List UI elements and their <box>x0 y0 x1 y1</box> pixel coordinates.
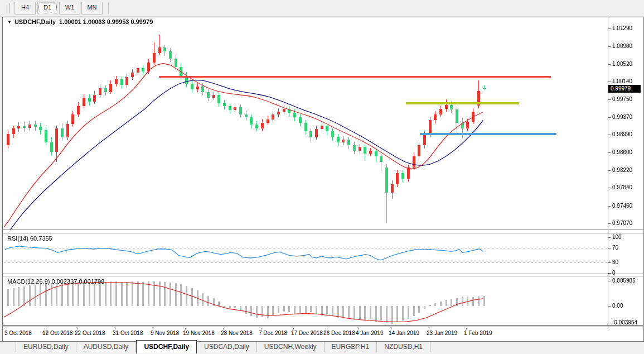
macd-axis-label[interactable]: -0.003954 <box>612 319 637 326</box>
date-axis-label[interactable]: 19 Nov 2018 <box>183 330 215 336</box>
date-axis-label[interactable]: 3 Oct 2018 <box>4 330 32 336</box>
tab-usdcad-daily[interactable]: USDCAD,Daily <box>197 342 257 352</box>
price-axis-label[interactable]: 0.99370 <box>612 114 632 120</box>
price-axis-tick <box>608 188 611 188</box>
date-axis-label[interactable]: 17 Dec 2018 <box>291 330 323 336</box>
date-axis-tick <box>185 328 186 329</box>
price-axis-tick <box>608 117 611 118</box>
pane-splitter[interactable] <box>3 276 643 276</box>
price-axis-tick <box>608 64 611 65</box>
timeframe-toolbar: H4 D1 W1 MN <box>0 0 644 17</box>
date-axis-tick <box>115 328 115 329</box>
price-axis-label[interactable]: 0.98600 <box>612 149 632 155</box>
tab-eurgbp-h1[interactable]: EURGBP,H1 <box>325 342 377 352</box>
macd-value: 0.002337 0.001798 <box>51 278 104 285</box>
rsi-axis-label[interactable]: 30 <box>612 259 618 265</box>
rsi-axis-label[interactable]: 0 <box>612 270 616 276</box>
macd-axis-label[interactable]: 0.00 <box>612 303 623 309</box>
date-axis-tick <box>153 328 153 329</box>
price-axis-tick <box>608 135 611 135</box>
pane-splitter <box>3 327 643 327</box>
current-price-badge: 0.99979 <box>608 85 641 93</box>
toolbar-separator <box>108 3 109 14</box>
rsi-axis-label[interactable]: 70 <box>612 245 618 251</box>
price-axis-label[interactable]: 0.97070 <box>612 220 632 226</box>
price-axis-tick <box>608 99 611 100</box>
timeframe-button-mn[interactable]: MN <box>81 2 103 15</box>
date-axis-label[interactable]: 9 Nov 2018 <box>151 330 179 336</box>
date-axis-tick <box>466 328 467 329</box>
macd-label: MACD(12,26,9) 0.002337 0.001798 <box>7 278 104 285</box>
price-axis-tick <box>608 46 611 47</box>
tab-nzdusd-h1[interactable]: NZDUSD,H1 <box>377 342 430 352</box>
price-axis-label[interactable]: 0.99750 <box>612 96 632 102</box>
price-axis-label[interactable]: 1.00520 <box>612 61 632 67</box>
date-axis-label[interactable]: 28 Nov 2018 <box>221 330 253 336</box>
chart-title: ▼USDCHF,Daily 1.00001 1.00063 0.99953 0.… <box>7 18 153 25</box>
ohlc-high: 1.00063 <box>83 18 105 25</box>
rsi-label: RSI(14) 60.7355 <box>7 235 52 242</box>
date-axis-tick <box>391 328 391 329</box>
date-axis-tick <box>7 328 7 329</box>
rsi-axis-label[interactable]: 100 <box>612 234 622 240</box>
rsi-value: 60.7355 <box>30 235 52 242</box>
macd-axis-tick <box>608 323 611 323</box>
rsi-axis-tick <box>608 273 611 274</box>
macd-axis-tick <box>608 306 611 307</box>
toolbar-grip[interactable] <box>7 3 10 13</box>
price-axis-label[interactable]: 0.98990 <box>612 131 632 137</box>
price-axis-tick <box>608 170 611 171</box>
date-axis-label[interactable]: 23 Jan 2019 <box>427 330 457 336</box>
rsi-axis-tick <box>608 237 611 238</box>
ohlc-low: 0.99953 <box>107 18 129 25</box>
date-axis-label[interactable]: 4 Jan 2019 <box>356 330 384 336</box>
price-axis-tick <box>608 223 611 224</box>
rsi-axis-tick <box>608 248 611 248</box>
date-axis-tick <box>326 328 326 329</box>
date-axis-tick <box>429 328 429 329</box>
price-axis-tick <box>608 82 611 82</box>
macd-axis-label[interactable]: 0.005985 <box>612 278 636 284</box>
date-axis-tick <box>261 328 262 329</box>
date-axis-label[interactable]: 1 Feb 2019 <box>464 330 492 336</box>
date-axis-tick <box>45 328 45 329</box>
macd-axis-tick <box>608 281 611 281</box>
date-axis-label[interactable]: 31 Oct 2018 <box>113 330 143 336</box>
ohlc-close: 0.99979 <box>131 18 153 25</box>
date-axis-tick <box>293 328 294 329</box>
timeframe-button-w1[interactable]: W1 <box>59 2 80 15</box>
price-axis-label[interactable]: 1.00900 <box>612 43 632 49</box>
chart-symbol-label: USDCHF,Daily <box>14 18 56 25</box>
date-axis-tick <box>358 328 359 329</box>
tab-eurusd-daily[interactable]: EURUSD,Daily <box>16 342 76 352</box>
pane-splitter <box>3 326 643 326</box>
price-axis-tick <box>608 206 611 207</box>
price-axis-label[interactable]: 0.98220 <box>612 167 632 173</box>
date-axis-tick <box>223 328 224 329</box>
main-price-chart[interactable] <box>4 17 608 229</box>
chart-dropdown-icon[interactable]: ▼ <box>7 20 12 25</box>
date-axis-label[interactable]: 22 Oct 2018 <box>75 330 105 336</box>
date-axis-label[interactable]: 26 Dec 2018 <box>323 330 355 336</box>
price-axis-tick <box>608 152 611 153</box>
rsi-indicator-pane[interactable] <box>4 233 608 274</box>
date-axis-label[interactable]: 12 Oct 2018 <box>42 330 72 336</box>
price-axis-label[interactable]: 0.97840 <box>612 184 632 190</box>
timeframe-button-h4[interactable]: H4 <box>14 2 36 15</box>
tab-audusd-daily[interactable]: AUDUSD,Daily <box>76 342 137 352</box>
mt4-application-window: H4 D1 W1 MN ▼USDCHF,Daily 1.00001 1.0006… <box>0 0 644 354</box>
price-axis-label[interactable]: 1.01290 <box>612 25 632 31</box>
chart-tab-bar: EURUSD,Daily AUDUSD,Daily USDCHF,Daily U… <box>0 341 644 354</box>
rsi-axis-tick <box>608 262 611 263</box>
date-axis-label[interactable]: 7 Dec 2018 <box>259 330 287 336</box>
tab-usdchf-daily[interactable]: USDCHF,Daily <box>136 340 197 353</box>
price-axis-label[interactable]: 1.00140 <box>612 78 632 84</box>
timeframe-button-d1[interactable]: D1 <box>37 2 58 15</box>
price-axis-label[interactable]: 0.97450 <box>612 203 632 209</box>
pane-splitter[interactable] <box>3 274 643 274</box>
date-axis-label[interactable]: 14 Jan 2019 <box>389 330 419 336</box>
pane-splitter[interactable] <box>3 233 643 233</box>
tab-usdcnh-weekly[interactable]: USDCNH,Weekly <box>257 342 325 352</box>
pane-splitter[interactable] <box>3 229 643 230</box>
price-axis-tick <box>608 28 611 29</box>
